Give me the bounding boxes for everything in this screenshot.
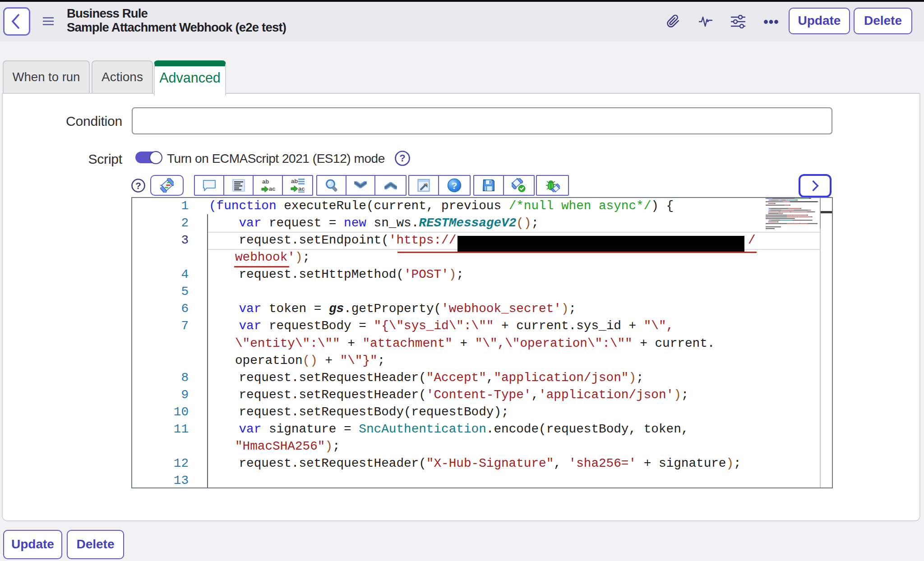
svg-text:ab: ab — [291, 178, 298, 184]
svg-text:ac: ac — [269, 185, 275, 192]
svg-text:?: ? — [452, 180, 457, 191]
svg-text:?: ? — [399, 152, 405, 164]
svg-text:ab: ab — [262, 178, 269, 185]
svg-text:ac: ac — [298, 185, 305, 192]
svg-text:?: ? — [135, 180, 141, 191]
